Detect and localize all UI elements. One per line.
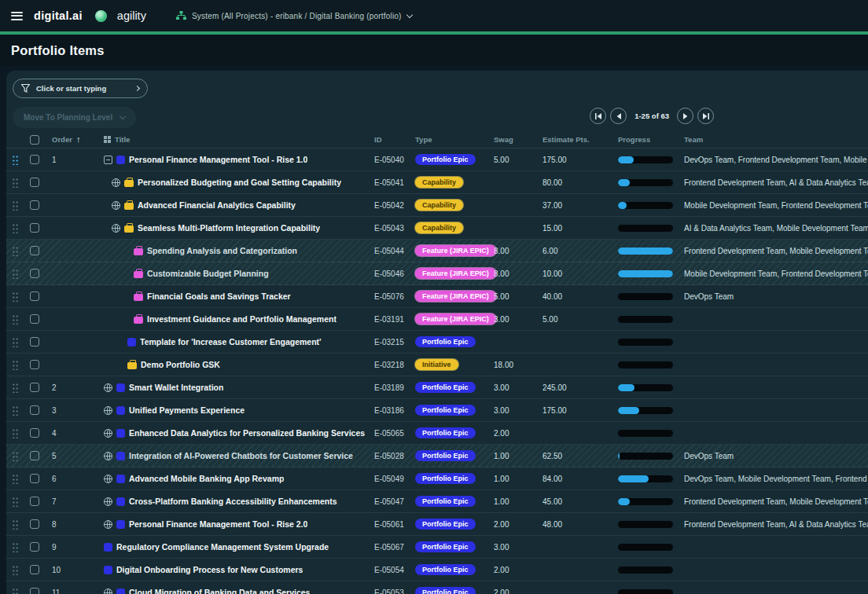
item-title-link[interactable]: Customizable Budget Planning [147, 269, 269, 278]
item-title-link[interactable]: Demo Portfolio GSK [141, 360, 220, 369]
pagination-next-button[interactable] [677, 108, 693, 124]
item-title-link[interactable]: Spending Analysis and Categorization [147, 246, 297, 255]
drag-handle-icon[interactable] [12, 542, 19, 552]
drag-handle-icon[interactable] [12, 200, 19, 211]
row-checkbox[interactable] [30, 337, 39, 346]
row-checkbox[interactable] [30, 178, 39, 187]
row-checkbox[interactable] [30, 428, 39, 438]
row-checkbox[interactable] [30, 519, 39, 529]
table-row[interactable]: 6 Advanced Mobile Banking App Revamp E-0… [6, 468, 868, 490]
row-checkbox[interactable] [30, 383, 39, 392]
drag-handle-icon[interactable] [12, 588, 19, 594]
row-checkbox[interactable] [30, 155, 39, 164]
table-row[interactable]: Financial Goals and Savings Tracker E-05… [6, 285, 868, 308]
row-checkbox[interactable] [30, 474, 39, 483]
item-title-link[interactable]: Cross-Platform Banking Accessibility Enh… [129, 497, 337, 506]
column-header-team[interactable]: Team [684, 135, 868, 144]
table-row[interactable]: Personalized Budgeting and Goal Setting … [6, 171, 868, 194]
table-row[interactable]: Template for 'Increase Customer Engageme… [6, 331, 868, 354]
table-row[interactable]: 1 Personal Finance Management Tool - Ris… [6, 148, 868, 171]
table-row[interactable]: Spending Analysis and Categorization E-0… [6, 240, 868, 262]
column-header-type[interactable]: Type [415, 135, 494, 144]
select-all-checkbox[interactable] [30, 135, 39, 145]
table-row[interactable]: Customizable Budget Planning E-05046 Fea… [6, 262, 868, 285]
item-title-link[interactable]: Personalized Budgeting and Goal Setting … [138, 178, 341, 187]
pagination-previous-button[interactable] [610, 108, 627, 124]
pagination-last-button[interactable] [697, 108, 714, 124]
pagination-first-button[interactable] [590, 108, 606, 124]
column-settings-icon[interactable] [104, 136, 111, 143]
row-checkbox[interactable] [30, 405, 39, 415]
drag-handle-icon[interactable] [12, 360, 19, 370]
item-title-link[interactable]: Investment Guidance and Portfolio Manage… [147, 314, 337, 324]
row-checkbox[interactable] [30, 292, 39, 301]
filter-input[interactable]: Click or start typing [13, 79, 148, 98]
table-row[interactable]: 9 Regulatory Compliance Management Syste… [6, 536, 868, 559]
table-row[interactable]: Demo Portfolio GSK E-03218 Initiative 18… [6, 354, 868, 376]
table-row[interactable]: 2 Smart Wallet Integration E-03189 Portf… [6, 376, 868, 399]
drag-handle-icon[interactable] [12, 314, 19, 324]
column-header-title[interactable]: Title [94, 135, 374, 144]
row-checkbox[interactable] [30, 588, 39, 594]
column-header-swag[interactable]: Swag [494, 135, 542, 144]
table-row[interactable]: Investment Guidance and Portfolio Manage… [6, 308, 868, 331]
item-title-link[interactable]: Seamless Multi-Platform Integration Capa… [138, 223, 320, 233]
row-checkbox[interactable] [30, 451, 39, 460]
drag-handle-icon[interactable] [12, 337, 19, 347]
drag-handle-icon[interactable] [12, 383, 19, 393]
project-selector[interactable]: System (All Projects) - eribank / Digita… [176, 11, 412, 20]
table-row[interactable]: 7 Cross-Platform Banking Accessibility E… [6, 490, 868, 513]
item-title-link[interactable]: Smart Wallet Integration [129, 383, 223, 392]
row-checkbox[interactable] [30, 565, 39, 574]
drag-handle-icon[interactable] [12, 269, 19, 279]
table-row[interactable]: 8 Personal Finance Management Tool - Ris… [6, 513, 868, 536]
item-title-link[interactable]: Template for 'Increase Customer Engageme… [140, 337, 322, 346]
item-title-link[interactable]: Advanced Financial Analytics Capability [138, 200, 296, 210]
drag-handle-icon[interactable] [12, 519, 19, 530]
column-header-progress[interactable]: Progress [618, 135, 684, 144]
item-title-link[interactable]: Advanced Mobile Banking App Revamp [129, 474, 284, 483]
row-checkbox[interactable] [30, 223, 39, 233]
item-title-link[interactable]: Unified Payments Experience [129, 405, 245, 415]
item-title-link[interactable]: Regulatory Compliance Management System … [116, 542, 329, 552]
drag-handle-icon[interactable] [12, 451, 19, 461]
table-row[interactable]: Advanced Financial Analytics Capability … [6, 194, 868, 217]
move-to-planning-level-button[interactable]: Move To Planning Level [13, 107, 136, 128]
drag-handle-icon[interactable] [12, 155, 19, 165]
item-title-link[interactable]: Integration of AI-Powered Chatbots for C… [129, 451, 353, 460]
drag-handle-icon[interactable] [12, 246, 19, 256]
drag-handle-icon[interactable] [12, 474, 19, 484]
item-title-link[interactable]: Cloud Migration of Banking Data and Serv… [129, 588, 310, 594]
item-title-link[interactable]: Personal Finance Management Tool - Rise … [129, 519, 307, 529]
estimate-value: 15.00 [542, 224, 618, 233]
table-row[interactable]: Seamless Multi-Platform Integration Capa… [6, 217, 868, 240]
drag-handle-icon[interactable] [12, 428, 19, 438]
drag-handle-icon[interactable] [12, 497, 19, 507]
drag-handle-icon[interactable] [12, 565, 19, 575]
drag-handle-icon[interactable] [12, 178, 19, 188]
drag-handle-icon[interactable] [12, 405, 19, 416]
item-title-link[interactable]: Digital Onboarding Process for New Custo… [116, 565, 303, 574]
row-checkbox[interactable] [30, 200, 39, 210]
table-row[interactable]: 4 Enhanced Data Analytics for Personaliz… [6, 422, 868, 445]
item-title-link[interactable]: Financial Goals and Savings Tracker [147, 292, 291, 301]
column-header-order[interactable]: Order ↑ [46, 135, 94, 144]
table-row[interactable]: 11 Cloud Migration of Banking Data and S… [6, 581, 868, 594]
item-title-link[interactable]: Enhanced Data Analytics for Personalized… [129, 428, 365, 438]
row-checkbox[interactable] [30, 314, 39, 324]
row-checkbox[interactable] [30, 269, 39, 278]
hamburger-menu-icon[interactable] [11, 12, 23, 20]
column-header-estimate[interactable]: Estimate Pts. [542, 135, 618, 144]
column-header-id[interactable]: ID [374, 135, 415, 144]
table-row[interactable]: 5 Integration of AI-Powered Chatbots for… [6, 445, 868, 468]
row-checkbox[interactable] [30, 246, 39, 255]
item-title-link[interactable]: Personal Finance Management Tool - Rise … [129, 155, 307, 164]
drag-handle-icon[interactable] [12, 223, 19, 233]
row-checkbox[interactable] [30, 360, 39, 369]
table-row[interactable]: 3 Unified Payments Experience E-03186 Po… [6, 399, 868, 422]
drag-handle-icon[interactable] [12, 292, 19, 302]
table-row[interactable]: 10 Digital Onboarding Process for New Cu… [6, 559, 868, 581]
collapse-icon[interactable] [104, 156, 112, 164]
row-checkbox[interactable] [30, 497, 39, 506]
row-checkbox[interactable] [30, 542, 39, 552]
